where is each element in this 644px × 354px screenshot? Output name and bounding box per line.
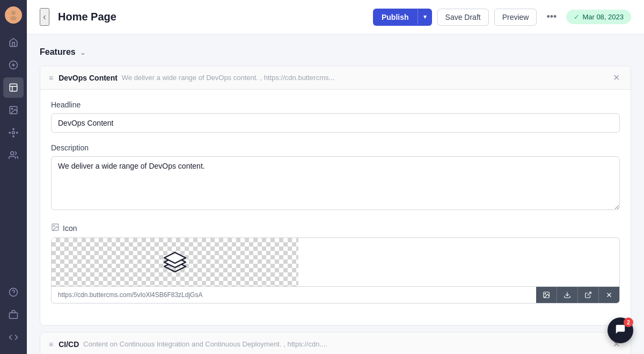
page-title: Home Page bbox=[58, 11, 364, 23]
image-download-button[interactable] bbox=[557, 287, 578, 303]
image-url-text: https://cdn.buttercms.com/5vIoXl4SB6F83z… bbox=[52, 287, 536, 303]
icon-label-row: Icon bbox=[51, 223, 620, 233]
component-close-devops[interactable]: ✕ bbox=[611, 71, 622, 84]
header-actions: Publish ▾ Save Draft Preview ••• ✓ Mar 0… bbox=[373, 9, 631, 26]
back-button[interactable]: ‹ bbox=[40, 8, 49, 26]
headline-input[interactable] bbox=[51, 113, 620, 133]
status-badge: ✓ Mar 08, 2023 bbox=[566, 10, 631, 24]
component-header-devops: ≡ DevOps Content We deliver a wide range… bbox=[40, 66, 631, 90]
svg-point-14 bbox=[17, 132, 18, 133]
publish-chevron-icon[interactable]: ▾ bbox=[418, 9, 432, 25]
svg-rect-5 bbox=[10, 84, 17, 91]
content-area: Features ⌄ ≡ DevOps Content We deliver a… bbox=[27, 34, 644, 354]
status-date: Mar 08, 2023 bbox=[582, 13, 624, 21]
svg-point-22 bbox=[545, 293, 546, 294]
stack-icon bbox=[159, 246, 191, 278]
component-body-devops: Headline Description We deliver a wide r… bbox=[40, 90, 631, 325]
drag-handle-cicd-icon[interactable]: ≡ bbox=[49, 340, 53, 349]
icon-field-label: Icon bbox=[63, 224, 77, 233]
image-delete-button[interactable] bbox=[599, 287, 619, 303]
sidebar-item-pages[interactable] bbox=[3, 77, 24, 98]
image-actions bbox=[536, 287, 619, 303]
description-field-group: Description We deliver a wide range of D… bbox=[51, 143, 620, 212]
component-preview-devops: We deliver a wide range of DevOps conten… bbox=[122, 74, 611, 82]
image-preview bbox=[52, 238, 298, 286]
description-label: Description bbox=[51, 143, 620, 152]
image-url-bar: https://cdn.buttercms.com/5vIoXl4SB6F83z… bbox=[52, 286, 619, 303]
drag-handle-icon[interactable]: ≡ bbox=[49, 74, 53, 82]
svg-point-15 bbox=[11, 151, 14, 155]
sidebar-item-api[interactable] bbox=[3, 327, 24, 348]
avatar-initials bbox=[8, 9, 19, 22]
more-options-button[interactable]: ••• bbox=[542, 9, 561, 25]
component-preview-cicd: Content on Continuous Integration and Co… bbox=[83, 340, 611, 348]
svg-point-20 bbox=[54, 226, 55, 227]
sidebar bbox=[0, 0, 27, 354]
description-textarea[interactable]: We deliver a wide range of DevOps conten… bbox=[51, 156, 620, 210]
save-draft-button[interactable]: Save Draft bbox=[437, 9, 489, 26]
image-link-button[interactable] bbox=[578, 287, 599, 303]
component-name-devops: DevOps Content bbox=[58, 74, 118, 82]
svg-point-1 bbox=[10, 16, 17, 20]
svg-point-11 bbox=[13, 128, 14, 129]
svg-rect-18 bbox=[10, 313, 18, 319]
section-chevron-icon[interactable]: ⌄ bbox=[80, 48, 86, 56]
sidebar-item-help[interactable] bbox=[3, 282, 24, 302]
image-preview-container: https://cdn.buttercms.com/5vIoXl4SB6F83z… bbox=[51, 237, 620, 304]
preview-button[interactable]: Preview bbox=[494, 9, 537, 26]
image-icon bbox=[51, 223, 60, 233]
status-check-icon: ✓ bbox=[574, 13, 580, 21]
sidebar-item-media[interactable] bbox=[3, 100, 24, 120]
sidebar-item-blog[interactable] bbox=[3, 55, 24, 75]
image-upload-button[interactable] bbox=[536, 287, 557, 303]
main-content: ‹ Home Page Publish ▾ Save Draft Preview… bbox=[27, 0, 644, 354]
section-header: Features ⌄ bbox=[40, 47, 631, 57]
publish-button-group: Publish ▾ bbox=[373, 9, 432, 26]
sidebar-item-components[interactable] bbox=[3, 122, 24, 143]
icon-field-group: Icon bbox=[51, 223, 620, 304]
sidebar-item-home[interactable] bbox=[3, 32, 24, 53]
svg-point-12 bbox=[13, 136, 14, 137]
component-card-devops: ≡ DevOps Content We deliver a wide range… bbox=[40, 66, 631, 326]
sidebar-item-users[interactable] bbox=[3, 145, 24, 165]
chat-badge: 2 bbox=[624, 317, 633, 327]
page-header: ‹ Home Page Publish ▾ Save Draft Preview… bbox=[27, 0, 644, 34]
chat-bubble[interactable]: 2 bbox=[608, 317, 633, 343]
headline-field-group: Headline bbox=[51, 100, 620, 133]
component-name-cicd: CI/CD bbox=[58, 340, 79, 349]
headline-label: Headline bbox=[51, 100, 620, 109]
sidebar-item-settings[interactable] bbox=[3, 305, 24, 325]
svg-point-9 bbox=[11, 108, 12, 109]
publish-button[interactable]: Publish bbox=[373, 9, 418, 26]
avatar[interactable] bbox=[5, 6, 22, 24]
section-title: Features bbox=[40, 47, 76, 57]
svg-point-10 bbox=[12, 132, 15, 134]
component-header-cicd: ≡ CI/CD Content on Continuous Integratio… bbox=[40, 333, 631, 354]
svg-point-13 bbox=[9, 132, 10, 133]
svg-line-24 bbox=[588, 292, 591, 295]
component-card-cicd: ≡ CI/CD Content on Continuous Integratio… bbox=[40, 332, 631, 354]
svg-point-0 bbox=[11, 11, 16, 15]
